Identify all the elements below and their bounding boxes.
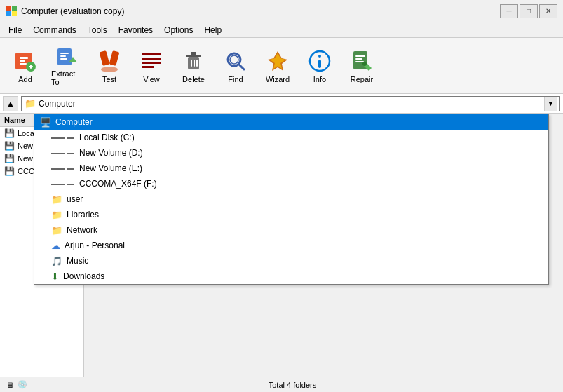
dropdown-item-label: New Volume (D:) (79, 148, 143, 158)
test-label: Test (102, 75, 116, 83)
wizard-button[interactable]: Wizard (258, 42, 297, 90)
wizard-icon (265, 48, 290, 74)
minimize-button[interactable]: ─ (500, 4, 518, 18)
drive-line-icon (51, 179, 75, 189)
status-text: Total 4 folders (27, 381, 557, 389)
status-bar: 🖥 💿 Total 4 folders (0, 377, 563, 392)
dropdown-item-label: Local Disk (C:) (79, 133, 135, 142)
view-button[interactable]: View (132, 42, 171, 90)
dropdown-item-music[interactable]: 🎵 Music (34, 253, 548, 269)
extract-icon (55, 46, 80, 68)
dropdown-item-label: Computer (55, 117, 93, 127)
download-icon: ⬇ (51, 271, 59, 282)
svg-point-14 (101, 67, 118, 72)
address-bar: ▲ 📁 Computer ▼ (0, 94, 563, 114)
drive-icon: 💾 (4, 141, 15, 151)
svg-rect-1 (20, 57, 28, 59)
dropdown-item-cccoma-f[interactable]: CCCOMA_X64F (F:) (34, 176, 548, 191)
folder-icon: 📁 (51, 194, 62, 205)
add-icon (13, 48, 38, 74)
drive-icon: 💾 (4, 128, 15, 138)
svg-rect-24 (196, 60, 198, 67)
dropdown-item-new-volume-d[interactable]: New Volume (D:) (34, 145, 548, 161)
svg-rect-21 (191, 52, 196, 55)
svg-point-37 (362, 62, 367, 66)
menu-item-help[interactable]: Help (198, 24, 227, 36)
svg-rect-35 (355, 58, 362, 60)
repair-button[interactable]: Repair (342, 42, 381, 90)
menu-bar: FileCommandsToolsFavoritesOptionsHelp (0, 22, 563, 38)
drive-line-icon (51, 163, 75, 173)
add-label: Add (18, 75, 32, 83)
dropdown-item-label: Music (67, 256, 88, 266)
info-label: Info (313, 75, 326, 83)
folder-icon: 📁 (51, 210, 62, 220)
svg-rect-15 (142, 53, 161, 55)
delete-button[interactable]: Delete (174, 42, 213, 90)
dropdown-panel: 🖥️ Computer Local Disk (C:) New Volume (… (34, 114, 549, 285)
svg-rect-16 (142, 58, 161, 60)
svg-rect-36 (355, 61, 364, 62)
svg-rect-18 (142, 66, 154, 68)
maximize-button[interactable]: □ (520, 4, 538, 18)
dropdown-item-arjun-personal[interactable]: ☁ Arjun - Personal (34, 238, 548, 253)
svg-rect-6 (30, 65, 32, 69)
dropdown-item-local-disk-c[interactable]: Local Disk (C:) (34, 130, 548, 145)
extract-button[interactable]: Extract To (48, 42, 87, 90)
delete-label: Delete (182, 75, 205, 83)
dropdown-item-user[interactable]: 📁 user (34, 191, 548, 207)
up-icon: ▲ (6, 99, 15, 109)
svg-rect-32 (318, 60, 321, 68)
svg-rect-10 (60, 58, 67, 60)
menu-item-favorites[interactable]: Favorites (113, 24, 158, 36)
dropdown-item-label: New Volume (E:) (79, 163, 142, 173)
repair-icon (349, 48, 374, 74)
add-button[interactable]: Add (6, 42, 45, 90)
status-icons: 🖥 💿 (6, 380, 27, 389)
close-button[interactable]: ✕ (539, 4, 557, 18)
dropdown-item-network[interactable]: 📁 Network (34, 222, 548, 238)
music-icon: 🎵 (51, 256, 62, 266)
svg-rect-13 (109, 50, 120, 66)
disk-icon: 💿 (18, 380, 27, 389)
svg-rect-3 (20, 63, 27, 65)
main-area: Name 💾 Local ... 💾 New V... 💾 New V... 💾… (0, 114, 563, 377)
dropdown-item-label: Libraries (67, 210, 99, 219)
svg-point-27 (230, 55, 238, 64)
svg-rect-2 (20, 60, 25, 62)
view-icon (139, 48, 164, 74)
info-button[interactable]: Info (300, 42, 339, 90)
dropdown-item-label: Downloads (63, 271, 104, 281)
svg-rect-20 (186, 55, 201, 57)
test-icon (97, 48, 122, 74)
dropdown-item-computer[interactable]: 🖥️ Computer (34, 114, 548, 130)
dropdown-item-downloads[interactable]: ⬇ Downloads (34, 269, 548, 284)
menu-item-commands[interactable]: Commands (27, 24, 81, 36)
test-button[interactable]: Test (90, 42, 129, 90)
up-button[interactable]: ▲ (3, 96, 18, 111)
find-button[interactable]: Find (216, 42, 255, 90)
drive-line-icon (51, 148, 75, 158)
toolbar: AddExtract ToTestViewDeleteFindWizardInf… (0, 38, 563, 94)
menu-item-tools[interactable]: Tools (82, 24, 113, 36)
address-combo[interactable]: 📁 Computer ▼ (21, 96, 560, 111)
window-title: Computer (evaluation copy) (21, 6, 500, 16)
extract-label: Extract To (51, 69, 83, 86)
svg-rect-17 (142, 62, 161, 64)
svg-rect-34 (355, 55, 365, 57)
menu-item-options[interactable]: Options (158, 24, 198, 36)
address-dropdown-button[interactable]: ▼ (544, 97, 557, 111)
dropdown-item-label: CCCOMA_X64F (F:) (79, 179, 157, 189)
dropdown-item-label: Network (67, 225, 97, 235)
dropdown-item-libraries[interactable]: 📁 Libraries (34, 207, 548, 222)
svg-point-31 (318, 55, 321, 58)
dropdown-item-label: user (67, 194, 83, 204)
menu-item-file[interactable]: File (3, 24, 27, 36)
svg-rect-22 (191, 60, 192, 67)
svg-rect-8 (60, 53, 69, 54)
find-label: Find (228, 75, 243, 83)
drive-line-icon (51, 133, 75, 142)
address-folder-icon: 📁 (25, 98, 36, 109)
dropdown-item-new-volume-e[interactable]: New Volume (E:) (34, 161, 548, 176)
drive-icon: 💾 (4, 166, 15, 176)
